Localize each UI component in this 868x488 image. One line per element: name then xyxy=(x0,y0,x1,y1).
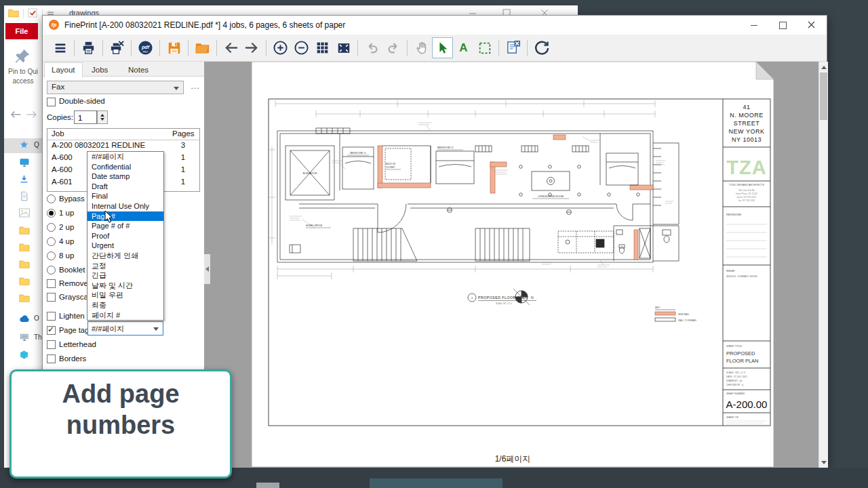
maximize-button[interactable] xyxy=(768,16,797,35)
svg-text:REVISIONS:: REVISIONS: xyxy=(726,213,742,216)
tag-menu-item[interactable]: Proof xyxy=(87,231,163,241)
delete-job-icon[interactable] xyxy=(106,37,127,58)
sidebar-item-pictures[interactable] xyxy=(4,207,42,222)
tag-menu-item[interactable]: 최종 xyxy=(87,300,163,310)
tag-menu-item[interactable]: 교정 xyxy=(87,261,163,271)
checkbox-icon[interactable] xyxy=(47,354,56,363)
sidebar-item-this-pc[interactable]: Th xyxy=(4,331,42,346)
thumbnail-view-icon[interactable] xyxy=(312,37,333,58)
checkbox-icon-checked[interactable] xyxy=(47,326,56,335)
close-button[interactable] xyxy=(797,16,825,35)
printer-options-button[interactable]: ... xyxy=(188,81,203,94)
titlebar[interactable]: fp FinePrint [A-200 08032021 REDLINE.pdf… xyxy=(43,16,827,35)
print-icon[interactable] xyxy=(78,37,99,58)
svg-text:08/03/2021 : SCHEMATIC DESIGN: 08/03/2021 : SCHEMATIC DESIGN xyxy=(726,275,757,278)
sidebar-item-folder[interactable] xyxy=(4,224,42,239)
tag-menu-item[interactable]: 페이지 # xyxy=(87,310,163,321)
refresh-icon[interactable] xyxy=(531,37,552,58)
panel-splitter-handle[interactable] xyxy=(204,254,210,284)
checkbox[interactable] xyxy=(47,98,56,106)
sidebar-item-folder[interactable] xyxy=(4,241,42,256)
save-icon[interactable] xyxy=(163,37,184,58)
menu-icon[interactable] xyxy=(50,37,71,58)
checkbox-icon[interactable] xyxy=(47,312,56,321)
stepper-up-icon[interactable] xyxy=(100,114,104,117)
tag-menu-item[interactable]: Final xyxy=(87,191,163,201)
tab-layout[interactable]: Layout xyxy=(44,62,83,78)
zoom-out-icon[interactable] xyxy=(291,37,312,58)
tab-notes[interactable]: Notes xyxy=(121,63,155,77)
sidebar-item-downloads[interactable] xyxy=(4,173,42,188)
toolbar: pdfPRO A xyxy=(43,35,827,62)
tag-menu-item[interactable]: Confidential xyxy=(87,162,163,172)
tag-menu-item[interactable]: Date stamp xyxy=(87,171,163,182)
svg-text:166 Lema Kiln Rd.: 166 Lema Kiln Rd. xyxy=(738,189,755,192)
vertical-scrollbar[interactable] xyxy=(818,62,828,468)
stepper-down-icon[interactable] xyxy=(100,118,104,121)
folder-icon[interactable] xyxy=(8,8,19,20)
checkbox-borders[interactable]: Borders xyxy=(43,354,204,365)
tag-menu-item[interactable]: #/#페이지 xyxy=(87,152,163,162)
scroll-down-icon[interactable] xyxy=(821,461,827,464)
scrollbar-thumb[interactable] xyxy=(820,73,827,120)
scroll-up-icon[interactable] xyxy=(821,66,827,69)
back-icon[interactable] xyxy=(9,110,22,122)
checkbox-letterhead[interactable]: Letterhead xyxy=(43,340,204,351)
radio-icon[interactable] xyxy=(47,251,56,260)
checkmark-icon[interactable] xyxy=(27,7,38,21)
sidebar-item-folder[interactable] xyxy=(4,291,42,306)
tag-menu-item[interactable]: 긴급 xyxy=(87,270,163,281)
forward-icon[interactable] xyxy=(241,37,262,58)
file-menu-button[interactable]: File xyxy=(5,23,38,39)
tag-menu-item[interactable]: Draft xyxy=(87,182,163,192)
minimize-button[interactable] xyxy=(740,16,768,35)
radio-icon[interactable] xyxy=(47,223,56,232)
hand-tool-icon[interactable] xyxy=(411,37,432,58)
printer-select[interactable]: Fax xyxy=(47,81,184,94)
tag-menu-item[interactable]: 간단하게 인쇄 xyxy=(87,251,163,261)
undo-icon[interactable] xyxy=(361,37,382,58)
sidebar-item-documents[interactable] xyxy=(4,190,42,205)
sidebar-item-desktop[interactable] xyxy=(4,156,42,171)
back-icon[interactable] xyxy=(220,37,241,58)
folder-icon xyxy=(19,225,30,237)
sidebar-item-folder[interactable] xyxy=(4,274,42,289)
checkbox-icon[interactable] xyxy=(47,279,56,288)
text-stamp-tool-icon[interactable]: A xyxy=(453,37,474,58)
page-preview[interactable]: 41 N. MOORE STREET NEW YORK NY 10013 TZA… xyxy=(252,62,774,467)
tag-menu-item[interactable]: 날짜 및 시간 xyxy=(87,281,163,291)
copies-input[interactable]: 1 xyxy=(74,110,97,124)
checkbox-icon[interactable] xyxy=(47,293,56,302)
sidebar-item-onedrive[interactable]: O xyxy=(4,312,42,327)
pdf-pro-icon[interactable]: pdfPRO xyxy=(135,37,156,58)
tag-menu-item-highlighted[interactable]: Page # xyxy=(87,211,163,222)
delete-page-icon[interactable] xyxy=(502,37,524,58)
double-sided-option[interactable]: Double-sided xyxy=(43,97,204,108)
svg-text:DATE : 27 JULY 2021: DATE : 27 JULY 2021 xyxy=(726,375,747,378)
page-tag-combobox[interactable]: #/#페이지 xyxy=(87,321,163,336)
open-folder-icon[interactable] xyxy=(192,37,213,58)
checkbox-icon[interactable] xyxy=(47,340,56,349)
radio-icon-selected[interactable] xyxy=(47,209,56,218)
fit-page-icon[interactable] xyxy=(333,37,354,58)
sidebar-item-quick-access[interactable]: Q xyxy=(4,138,42,153)
select-tool-icon[interactable] xyxy=(432,37,453,58)
radio-icon[interactable] xyxy=(47,237,56,246)
tag-menu-item[interactable]: Page # of # xyxy=(87,221,163,231)
copies-stepper[interactable] xyxy=(97,110,108,124)
tab-jobs[interactable]: Jobs xyxy=(85,63,115,77)
job-row[interactable]: A-200 08032021 REDLINE 3 xyxy=(47,140,199,152)
forward-icon[interactable] xyxy=(26,110,38,122)
zoom-in-icon[interactable] xyxy=(270,37,291,58)
preview-area[interactable]: 41 N. MOORE STREET NEW YORK NY 10013 TZA… xyxy=(204,62,828,468)
tag-menu-item[interactable]: 비밀 우편 xyxy=(87,290,163,300)
marquee-tool-icon[interactable] xyxy=(474,37,495,58)
pushpin-icon[interactable] xyxy=(14,47,31,68)
sidebar-item-folder[interactable] xyxy=(4,258,42,272)
tag-menu-item[interactable]: Internal Use Only xyxy=(87,201,163,211)
radio-icon[interactable] xyxy=(47,266,56,274)
sidebar-item-3d-objects[interactable] xyxy=(4,348,42,363)
redo-icon[interactable] xyxy=(382,37,403,58)
radio-icon[interactable] xyxy=(47,195,56,203)
tag-menu-item[interactable]: Urgent xyxy=(87,241,163,251)
